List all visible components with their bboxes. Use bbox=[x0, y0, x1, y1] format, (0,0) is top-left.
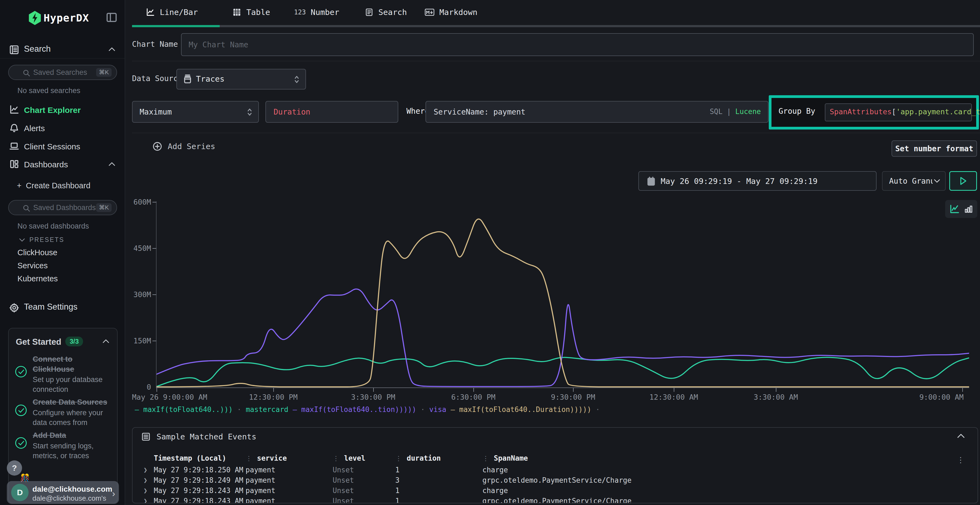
main-content: Line/Bar Table 123 Number Search Markdow… bbox=[125, 0, 980, 505]
table-row[interactable]: ❯ May 27 9:29:18.249 AM payment Unset 3 … bbox=[132, 475, 966, 485]
row-expander-icon[interactable]: ❯ bbox=[143, 466, 154, 474]
table-row[interactable]: ❯ May 27 9:29:18.243 AM payment Unset 1 … bbox=[132, 485, 966, 496]
chevron-up-icon[interactable] bbox=[108, 161, 116, 167]
sidebar-section-search[interactable]: Search bbox=[0, 43, 125, 56]
table-row[interactable]: ❯ May 27 9:29:18.243 AM payment Unset 1 … bbox=[132, 496, 966, 503]
chevron-up-icon[interactable] bbox=[956, 433, 966, 439]
saved-searches-input[interactable] bbox=[33, 67, 101, 78]
help-button[interactable]: ? bbox=[7, 461, 22, 476]
sidebar-item-label: Alerts bbox=[24, 124, 45, 133]
no-saved-searches-text: No saved searches bbox=[18, 87, 80, 95]
search-icon bbox=[22, 69, 30, 77]
get-started-item-title: Add Data bbox=[33, 430, 115, 440]
events-header[interactable]: Sample Matched Events bbox=[132, 428, 978, 445]
cell-level: Unset bbox=[332, 466, 395, 474]
field-value: Duration bbox=[274, 108, 310, 116]
active-tab-indicator bbox=[132, 25, 220, 27]
row-expander-icon[interactable]: ❯ bbox=[143, 497, 154, 503]
sidebar-item-label: Dashboards bbox=[24, 160, 68, 169]
chart-type-tabs: Line/Bar Table 123 Number Search Markdow… bbox=[125, 0, 980, 27]
tab-line-bar[interactable]: Line/Bar bbox=[146, 8, 198, 17]
collapse-sidebar-icon[interactable] bbox=[106, 11, 118, 24]
column-header-timestamp[interactable]: Timestamp (Local) bbox=[154, 454, 245, 462]
column-header-service[interactable]: ⋮service bbox=[245, 454, 332, 462]
tab-label: Search bbox=[379, 8, 407, 17]
column-header-level[interactable]: ⋮level bbox=[332, 454, 395, 462]
saved-searches-search[interactable]: ⌘K bbox=[8, 65, 117, 80]
column-header-duration[interactable]: ⋮duration bbox=[395, 454, 482, 462]
sql-option[interactable]: SQL bbox=[710, 108, 722, 116]
table-options-icon[interactable]: ⋮ bbox=[957, 456, 964, 464]
add-series-button[interactable]: Add Series bbox=[153, 141, 215, 151]
legend-entry[interactable]: — maxIf(toFloat640..))) bbox=[135, 405, 233, 414]
laptop-icon bbox=[9, 141, 19, 151]
app-root: HyperDX Search ⌘K No saved searches bbox=[0, 0, 980, 505]
run-query-button[interactable] bbox=[949, 171, 977, 191]
search-icon bbox=[22, 204, 30, 212]
tab-track bbox=[132, 25, 980, 27]
x-tick-label: 9:30:00 PM bbox=[551, 393, 595, 401]
user-email: dale@clickhouse.com bbox=[32, 485, 112, 494]
lucene-option[interactable]: Lucene bbox=[735, 108, 761, 116]
set-number-format-label: Set number format bbox=[895, 144, 974, 153]
check-circle-icon bbox=[15, 366, 27, 377]
where-value: ServiceName: payment bbox=[434, 108, 525, 116]
chevron-up-icon[interactable] bbox=[108, 46, 116, 52]
presets-toggle[interactable]: PRESETS bbox=[19, 236, 64, 243]
saved-dashboards-input[interactable] bbox=[33, 202, 101, 213]
legend-entry[interactable]: mastercard bbox=[246, 405, 288, 414]
x-tick-label: 6:30:00 PM bbox=[451, 393, 496, 401]
group-by-input[interactable]: SpanAttributes['app.payment.card_type'] bbox=[825, 103, 972, 121]
date-range-input[interactable]: May 26 09:29:19 - May 27 09:29:19 bbox=[638, 171, 877, 191]
legend-entry[interactable]: — maxIf(toFloat640..Duration))))) bbox=[450, 405, 591, 414]
y-tick-mark bbox=[153, 294, 156, 295]
chevron-up-icon[interactable] bbox=[102, 338, 110, 344]
legend-entry[interactable]: visa bbox=[429, 405, 447, 414]
user-menu[interactable]: D dale@clickhouse.com dale@clickhouse.co… bbox=[7, 481, 119, 504]
column-drag-icon: ⋮ bbox=[395, 455, 402, 462]
preset-kubernetes[interactable]: Kubernetes bbox=[18, 274, 58, 283]
preset-clickhouse[interactable]: ClickHouse bbox=[18, 248, 57, 257]
logo-text: HyperDX bbox=[43, 12, 89, 24]
select-chevrons-icon bbox=[247, 108, 253, 117]
row-expander-icon[interactable]: ❯ bbox=[143, 476, 154, 484]
granularity-select[interactable]: Auto Granularity bbox=[882, 171, 946, 191]
aggregation-select[interactable]: Maximum bbox=[132, 101, 259, 123]
preset-services[interactable]: Services bbox=[18, 261, 48, 270]
toggle-divider: | bbox=[727, 108, 731, 116]
x-tick-mark bbox=[776, 388, 776, 392]
gear-icon bbox=[9, 303, 19, 313]
tab-table[interactable]: Table bbox=[232, 8, 270, 17]
cell-spanname: grpc.oteldemo.PaymentService/Charge bbox=[482, 476, 966, 484]
sidebar-item-dashboards[interactable]: Dashboards bbox=[0, 160, 125, 172]
tab-label: Table bbox=[247, 8, 270, 17]
tab-search[interactable]: Search bbox=[365, 8, 407, 17]
legend-entry[interactable]: — maxIf(toFloat640..tion))))) bbox=[293, 405, 416, 414]
chart-plot[interactable] bbox=[156, 201, 969, 389]
saved-dashboards-search[interactable]: ⌘K bbox=[8, 200, 117, 215]
set-number-format-button[interactable]: Set number format bbox=[891, 140, 977, 157]
query-language-toggle[interactable]: SQL | Lucene bbox=[710, 108, 761, 116]
column-header-spanname[interactable]: ⋮SpanName bbox=[482, 454, 949, 462]
tab-markdown[interactable]: Markdown bbox=[425, 8, 477, 17]
sidebar-item-client-sessions[interactable]: Client Sessions bbox=[0, 142, 125, 154]
table-row[interactable]: ❯ May 27 9:29:18.250 AM payment Unset 1 … bbox=[132, 465, 966, 475]
where-input[interactable]: ServiceName: payment SQL | Lucene bbox=[425, 101, 768, 123]
field-input[interactable]: Duration bbox=[266, 101, 398, 123]
get-started-item-title: Connect to ClickHouse bbox=[33, 354, 115, 374]
row-expander-icon[interactable]: ❯ bbox=[143, 487, 154, 494]
create-dashboard-button[interactable]: + Create Dashboard bbox=[17, 181, 91, 190]
data-source-select[interactable]: Traces bbox=[177, 69, 306, 89]
y-tick-label: 150M bbox=[123, 337, 151, 345]
chart-series-line bbox=[156, 219, 969, 387]
sidebar-item-chart-explorer[interactable]: Chart Explorer bbox=[0, 106, 125, 117]
markdown-icon bbox=[425, 8, 434, 16]
play-icon bbox=[959, 176, 967, 186]
sidebar-item-alerts[interactable]: Alerts bbox=[0, 124, 125, 135]
check-circle-icon bbox=[15, 437, 27, 449]
tab-number[interactable]: 123 Number bbox=[294, 8, 339, 17]
chart-name-input[interactable] bbox=[181, 33, 974, 56]
table-icon bbox=[232, 8, 242, 17]
hyperdx-logo-icon[interactable] bbox=[28, 10, 42, 25]
sidebar-item-team-settings[interactable]: Team Settings bbox=[0, 302, 125, 314]
